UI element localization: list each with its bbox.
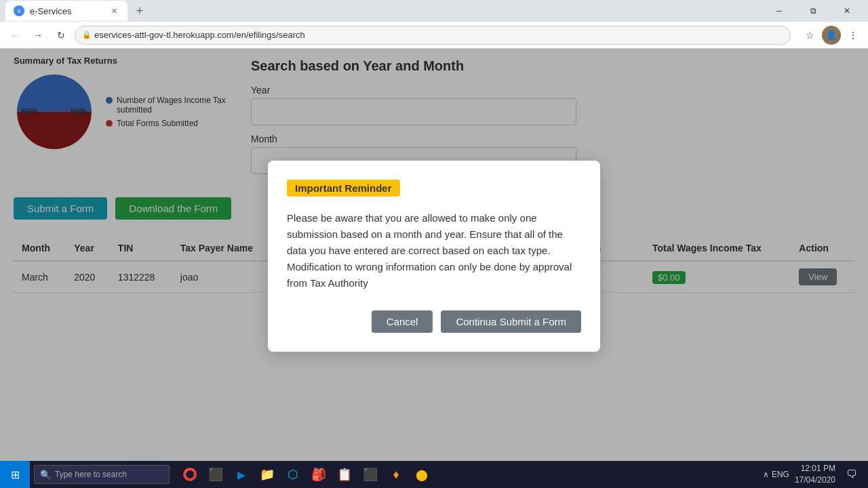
lock-icon: 🔒 [82, 30, 92, 39]
browser-chrome: e e-Services ✕ + ─ ⧉ ✕ ← → ↻ 🔒 eservices… [0, 0, 868, 49]
taskbar-notification-button[interactable]: 🗨 [841, 461, 863, 488]
continue-button[interactable]: Continua Submit a Form [441, 310, 581, 333]
taskbar-chevron[interactable]: ∧ [763, 470, 769, 479]
menu-button[interactable]: ⋮ [844, 26, 863, 45]
taskbar-icons: ⭕ ⬛ ▶ 📁 ⬡ 🎒 📋 ⬛ ♦ ⬤ [178, 461, 434, 488]
taskbar-icon-explorer[interactable]: 📁 [255, 461, 279, 488]
address-actions: ☆ 👤 ⋮ [800, 26, 863, 45]
profile-button[interactable]: 👤 [822, 26, 841, 45]
taskbar-icon-chrome[interactable]: ⬤ [410, 461, 434, 488]
taskbar-icon-cortana[interactable]: ⭕ [178, 461, 202, 488]
taskbar-search-text: Type here to search [55, 470, 127, 479]
new-tab-button[interactable]: + [130, 1, 149, 20]
taskbar-time-display: 12:01 PM [795, 463, 835, 474]
tab-favicon: e [14, 5, 24, 16]
main-background: Summary of Tax Returns 50% 50% [0, 49, 868, 464]
bookmark-button[interactable]: ☆ [800, 26, 819, 45]
page-content: Summary of Tax Returns 50% 50% [0, 49, 868, 464]
address-bar: ← → ↻ 🔒 eservices-attl-gov-tl.herokuapp.… [0, 22, 868, 49]
start-button[interactable]: ⊞ [0, 461, 30, 488]
modal-body: Please be aware that you are allowed to … [287, 210, 581, 291]
taskbar: ⊞ 🔍 Type here to search ⭕ ⬛ ▶ 📁 ⬡ 🎒 📋 ⬛ … [0, 461, 868, 488]
taskbar-clock: 12:01 PM 17/04/2020 [795, 463, 835, 486]
url-text: eservices-attl-gov-tl.herokuapp.com/en/e… [94, 30, 305, 40]
taskbar-icon-terminal[interactable]: ⬛ [358, 461, 382, 488]
tab-title: e-Services [30, 6, 71, 16]
modal-overlay: Important Reminder Please be aware that … [0, 49, 868, 464]
taskbar-icon-app3[interactable]: 📋 [332, 461, 357, 488]
taskbar-icon-app4[interactable]: ♦ [384, 461, 408, 488]
cancel-button[interactable]: Cancel [372, 310, 433, 333]
modal-badge: Important Reminder [287, 180, 400, 197]
taskbar-search[interactable]: 🔍 Type here to search [34, 465, 170, 484]
window-controls: ─ ⧉ ✕ [764, 0, 863, 22]
taskbar-right: ∧ ENG 12:01 PM 17/04/2020 🗨 [763, 461, 868, 488]
tab-close-button[interactable]: ✕ [108, 5, 119, 16]
modal-dialog: Important Reminder Please be aware that … [268, 161, 600, 352]
maximize-button[interactable]: ⧉ [797, 0, 829, 22]
close-window-button[interactable]: ✕ [831, 0, 863, 22]
taskbar-icon-taskview[interactable]: ⬛ [203, 461, 228, 488]
browser-tab[interactable]: e e-Services ✕ [5, 1, 127, 21]
url-bar[interactable]: 🔒 eservices-attl-gov-tl.herokuapp.com/en… [75, 26, 791, 45]
modal-footer: Cancel Continua Submit a Form [287, 310, 581, 333]
taskbar-icon-app2[interactable]: 🎒 [307, 461, 331, 488]
forward-button[interactable]: → [28, 26, 47, 45]
taskbar-icon-app1[interactable]: ⬡ [281, 461, 305, 488]
title-bar: e e-Services ✕ + ─ ⧉ ✕ [0, 0, 868, 22]
reload-button[interactable]: ↻ [52, 26, 71, 45]
taskbar-date-display: 17/04/2020 [795, 474, 835, 486]
minimize-button[interactable]: ─ [764, 0, 795, 22]
taskbar-search-icon: 🔍 [40, 470, 51, 480]
back-button[interactable]: ← [5, 26, 24, 45]
taskbar-icon-vscode[interactable]: ▶ [229, 461, 254, 488]
taskbar-lang: ENG [772, 470, 789, 479]
taskbar-sys-icons: ∧ ENG [763, 470, 789, 479]
